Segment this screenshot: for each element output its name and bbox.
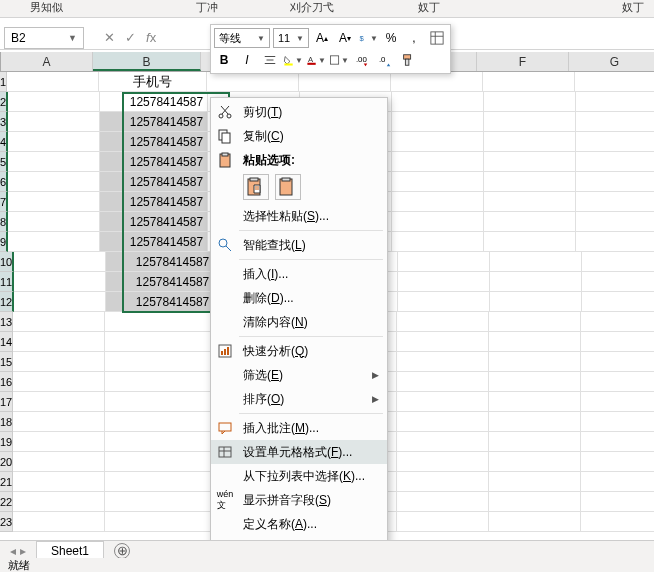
cell[interactable]	[489, 332, 581, 352]
menu-smart-lookup[interactable]: 智能查找(L)	[211, 233, 387, 257]
menu-filter[interactable]: 筛选(E)▶	[211, 363, 387, 387]
row-header[interactable]: 2	[0, 92, 8, 112]
cell[interactable]	[13, 512, 105, 532]
format-cells-icon[interactable]	[427, 28, 447, 48]
cell[interactable]	[582, 292, 654, 312]
cell[interactable]: 12578414587	[106, 292, 214, 312]
cell[interactable]	[397, 412, 489, 432]
cell[interactable]	[576, 92, 654, 112]
row-header[interactable]: 14	[0, 332, 13, 352]
cell[interactable]	[581, 512, 654, 532]
cell[interactable]	[13, 472, 105, 492]
cell[interactable]	[397, 332, 489, 352]
cell[interactable]	[13, 452, 105, 472]
cell[interactable]	[489, 432, 581, 452]
menu-clear-contents[interactable]: 清除内容(N)	[211, 310, 387, 334]
cell[interactable]	[392, 212, 484, 232]
cell[interactable]	[398, 272, 490, 292]
cell[interactable]	[105, 332, 213, 352]
cell[interactable]	[576, 172, 654, 192]
cell[interactable]	[397, 472, 489, 492]
menu-define-name[interactable]: 定义名称(A)...	[211, 512, 387, 536]
cell[interactable]: 手机号	[99, 72, 207, 92]
cell[interactable]	[581, 352, 654, 372]
italic-icon[interactable]: I	[237, 50, 257, 70]
row-header[interactable]: 4	[0, 132, 8, 152]
cell[interactable]: 12578414587	[100, 152, 208, 172]
cell[interactable]	[105, 412, 213, 432]
row-header[interactable]: 9	[0, 232, 8, 252]
cell[interactable]: 12578414587	[100, 112, 208, 132]
increase-font-icon[interactable]: A▴	[312, 28, 332, 48]
cell[interactable]	[576, 132, 654, 152]
cell[interactable]	[490, 272, 582, 292]
menu-cut[interactable]: 剪切(T)	[211, 100, 387, 124]
menu-insert[interactable]: 插入(I)...	[211, 262, 387, 286]
cell[interactable]	[13, 332, 105, 352]
cell[interactable]	[489, 392, 581, 412]
cell[interactable]	[581, 432, 654, 452]
row-header[interactable]: 19	[0, 432, 13, 452]
cell[interactable]	[8, 232, 100, 252]
cell[interactable]	[489, 412, 581, 432]
paste-option-values[interactable]	[275, 174, 301, 200]
row-header[interactable]: 11	[0, 272, 14, 292]
cell[interactable]	[581, 372, 654, 392]
cell[interactable]	[489, 372, 581, 392]
column-header[interactable]: B	[93, 52, 201, 71]
cell[interactable]	[489, 352, 581, 372]
column-header[interactable]: F	[477, 52, 569, 71]
fill-color-icon[interactable]: ▼	[283, 50, 303, 70]
row-header[interactable]: 23	[0, 512, 13, 532]
cell[interactable]	[392, 152, 484, 172]
cell[interactable]	[581, 332, 654, 352]
cell[interactable]	[105, 492, 213, 512]
cell[interactable]	[105, 352, 213, 372]
cell[interactable]	[392, 172, 484, 192]
cell[interactable]	[484, 192, 576, 212]
cell[interactable]	[398, 292, 490, 312]
cell[interactable]	[105, 432, 213, 452]
cell[interactable]	[392, 112, 484, 132]
row-header[interactable]: 15	[0, 352, 13, 372]
menu-sort[interactable]: 排序(O)▶	[211, 387, 387, 411]
cell[interactable]	[105, 372, 213, 392]
cell[interactable]: 12578414587	[100, 232, 208, 252]
cell[interactable]	[581, 452, 654, 472]
menu-format-cells[interactable]: 设置单元格格式(F)...	[211, 440, 387, 464]
paste-option-default[interactable]	[243, 174, 269, 200]
cell[interactable]	[581, 412, 654, 432]
cell[interactable]	[391, 72, 483, 92]
cell[interactable]	[392, 132, 484, 152]
cell[interactable]	[8, 92, 100, 112]
cell[interactable]	[484, 92, 576, 112]
align-center-icon[interactable]	[260, 50, 280, 70]
row-header[interactable]: 3	[0, 112, 8, 132]
menu-pick-from-dropdown[interactable]: 从下拉列表中选择(K)...	[211, 464, 387, 488]
menu-insert-comment[interactable]: 插入批注(M)...	[211, 416, 387, 440]
cell[interactable]	[483, 72, 575, 92]
row-header[interactable]: 10	[0, 252, 14, 272]
cell[interactable]	[484, 232, 576, 252]
menu-copy[interactable]: 复制(C)	[211, 124, 387, 148]
row-header[interactable]: 8	[0, 212, 8, 232]
row-header[interactable]: 16	[0, 372, 13, 392]
cell[interactable]	[105, 312, 213, 332]
cell[interactable]	[397, 452, 489, 472]
cell[interactable]	[392, 92, 484, 112]
cell[interactable]	[582, 272, 654, 292]
cell[interactable]	[576, 212, 654, 232]
cell[interactable]	[8, 132, 100, 152]
cell[interactable]	[489, 452, 581, 472]
cell[interactable]	[8, 172, 100, 192]
cell[interactable]	[576, 112, 654, 132]
cell[interactable]	[13, 372, 105, 392]
cell[interactable]	[13, 492, 105, 512]
row-header[interactable]: 18	[0, 412, 13, 432]
cell[interactable]	[13, 432, 105, 452]
format-painter-icon[interactable]	[398, 50, 418, 70]
cell[interactable]	[576, 152, 654, 172]
cell[interactable]	[105, 472, 213, 492]
cell[interactable]	[13, 312, 105, 332]
row-header[interactable]: 7	[0, 192, 8, 212]
